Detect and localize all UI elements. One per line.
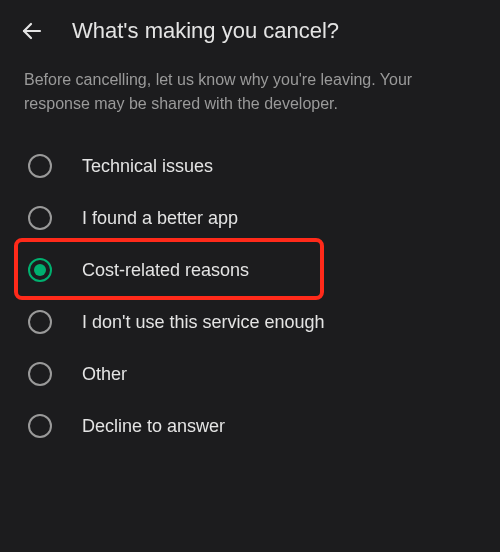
option-cost-related[interactable]: Cost-related reasons (0, 244, 500, 296)
option-label: Technical issues (82, 156, 213, 177)
options-list: Technical issues I found a better app Co… (0, 140, 500, 452)
page-title: What's making you cancel? (72, 18, 339, 44)
header: What's making you cancel? (0, 0, 500, 58)
radio-icon (28, 206, 52, 230)
option-label: Other (82, 364, 127, 385)
option-other[interactable]: Other (0, 348, 500, 400)
option-technical-issues[interactable]: Technical issues (0, 140, 500, 192)
option-label: Cost-related reasons (82, 260, 249, 281)
option-decline-to-answer[interactable]: Decline to answer (0, 400, 500, 452)
option-label: Decline to answer (82, 416, 225, 437)
option-found-better-app[interactable]: I found a better app (0, 192, 500, 244)
description-text: Before cancelling, let us know why you'r… (0, 58, 500, 140)
option-label: I don't use this service enough (82, 312, 325, 333)
radio-icon (28, 258, 52, 282)
option-label: I found a better app (82, 208, 238, 229)
radio-icon (28, 154, 52, 178)
radio-icon (28, 362, 52, 386)
option-dont-use-enough[interactable]: I don't use this service enough (0, 296, 500, 348)
radio-icon (28, 414, 52, 438)
radio-icon (28, 310, 52, 334)
back-icon[interactable] (20, 19, 44, 43)
